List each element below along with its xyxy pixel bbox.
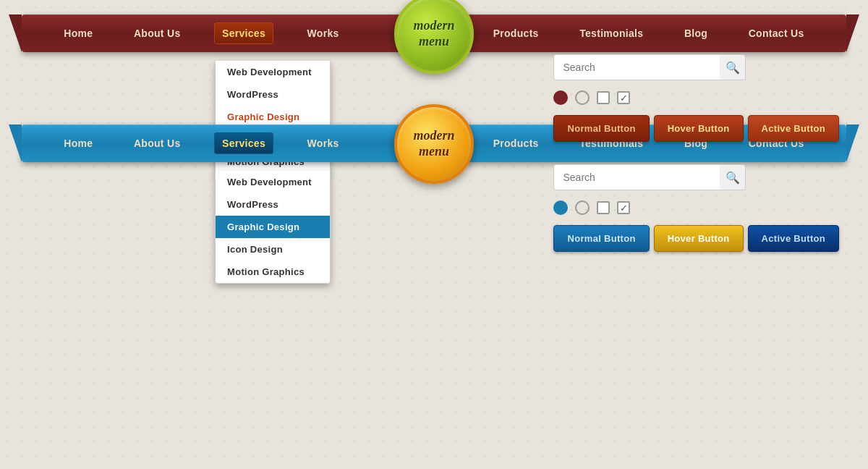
dropdown-item-graphic-blue[interactable]: Graphic Design	[216, 216, 330, 238]
logo-text-orange: modern menu	[413, 128, 454, 159]
dropdown-item-wp-red[interactable]: WordPress	[216, 83, 330, 106]
active-button-blue[interactable]: Active Button	[748, 225, 839, 252]
nav-services-red[interactable]: Services Web Development WordPress Graph…	[214, 22, 273, 44]
dropdown-item-wp-blue[interactable]: WordPress	[216, 193, 330, 216]
checkbox-checked-red[interactable]: ✓	[617, 91, 630, 104]
search-input-red[interactable]	[553, 54, 720, 80]
radio-empty-blue[interactable]	[575, 200, 590, 215]
logo-circle-orange[interactable]: modern menu	[394, 104, 474, 184]
logo-circle-green[interactable]: modern menu	[394, 0, 474, 74]
search-button-blue[interactable]: 🔍	[720, 164, 746, 190]
search-row-blue: 🔍	[553, 164, 839, 190]
dropdown-item-webdev-red[interactable]: Web Development	[216, 61, 330, 83]
controls-panel-red: 🔍 ✓ Normal Button Hover Button Active Bu…	[553, 54, 839, 142]
search-icon-blue: 🔍	[726, 171, 740, 185]
hover-button-blue[interactable]: Hover Button	[654, 225, 744, 252]
search-row-red: 🔍	[553, 54, 839, 80]
normal-button-red[interactable]: Normal Button	[553, 115, 649, 142]
dropdown-item-webdev-blue[interactable]: Web Development	[216, 171, 330, 193]
nav-services-blue[interactable]: Services Web Development WordPress Graph…	[214, 132, 273, 154]
dropdown-menu-blue: Web Development WordPress Graphic Design…	[215, 171, 331, 284]
hover-button-red[interactable]: Hover Button	[654, 115, 744, 142]
nav-home-blue[interactable]: Home	[56, 133, 100, 153]
nav-blog-red[interactable]: Blog	[677, 23, 715, 43]
radio-empty-red[interactable]	[575, 90, 590, 105]
checkbox-checked-blue[interactable]: ✓	[617, 201, 630, 214]
form-controls-red: ✓	[553, 90, 839, 105]
dropdown-item-motion-blue[interactable]: Motion Graphics	[216, 261, 330, 283]
radio-filled-blue[interactable]	[553, 200, 568, 215]
nav-testimonials-red[interactable]: Testimonials	[572, 23, 650, 43]
nav-works-red[interactable]: Works	[300, 23, 346, 43]
nav-home-red[interactable]: Home	[56, 23, 100, 43]
normal-button-blue[interactable]: Normal Button	[553, 225, 649, 252]
logo-text-green: modern menu	[413, 18, 454, 49]
checkbox-empty-blue[interactable]	[597, 201, 610, 214]
nav-about-red[interactable]: About Us	[127, 23, 188, 43]
nav-contact-red[interactable]: Contact Us	[741, 23, 812, 43]
active-button-red[interactable]: Active Button	[748, 115, 839, 142]
checkbox-empty-red[interactable]	[597, 91, 610, 104]
radio-filled-red[interactable]	[553, 90, 568, 105]
search-input-blue[interactable]	[553, 164, 720, 190]
buttons-row-blue: Normal Button Hover Button Active Button	[553, 225, 839, 252]
buttons-row-red: Normal Button Hover Button Active Button	[553, 115, 839, 142]
dropdown-blue: Web Development WordPress Graphic Design…	[215, 171, 331, 284]
search-icon-red: 🔍	[726, 61, 740, 75]
theme1-section: modern menu Home About Us Services Web D…	[22, 14, 846, 52]
controls-panel-blue: 🔍 ✓ Normal Button Hover Button Active Bu…	[553, 164, 839, 252]
dropdown-item-icon-blue[interactable]: Icon Design	[216, 238, 330, 261]
form-controls-blue: ✓	[553, 200, 839, 215]
nav-products-red[interactable]: Products	[486, 23, 546, 43]
nav-works-blue[interactable]: Works	[300, 133, 346, 153]
nav-about-blue[interactable]: About Us	[127, 133, 188, 153]
nav-products-blue[interactable]: Products	[486, 133, 546, 153]
search-button-red[interactable]: 🔍	[720, 54, 746, 80]
